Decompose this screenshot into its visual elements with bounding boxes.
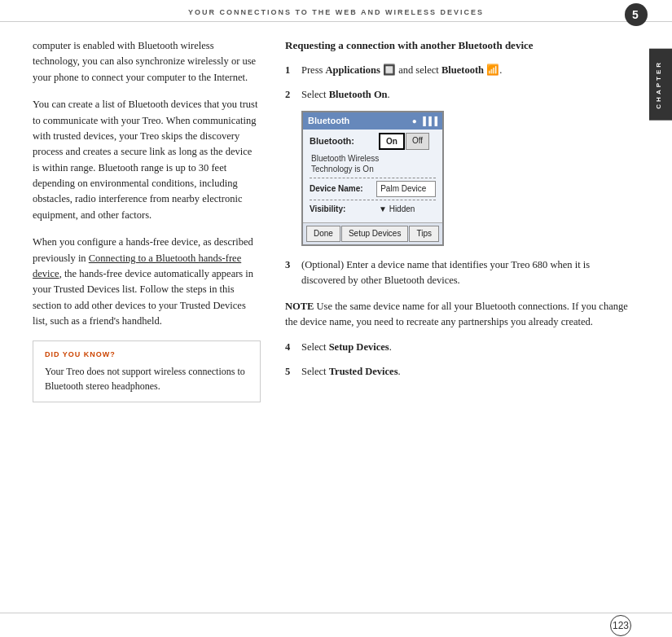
step-5-suffix: . bbox=[398, 366, 401, 377]
bt-tips-btn[interactable]: Tips bbox=[409, 226, 439, 242]
step-1-prefix: Press bbox=[301, 64, 326, 76]
bt-icon: 📶 bbox=[484, 64, 499, 76]
bt-body: Bluetooth: On Off Bluetooth Wireless Tec… bbox=[303, 130, 442, 223]
step-5-num: 5 bbox=[285, 364, 301, 380]
did-you-know-label: DID YOU KNOW? bbox=[45, 349, 248, 361]
step-5-bold1: Trusted Devices bbox=[329, 366, 398, 377]
did-you-know-text: Your Treo does not support wireless conn… bbox=[45, 364, 248, 393]
page-number: 123 bbox=[610, 615, 631, 636]
bt-footer: Done Setup Devices Tips bbox=[303, 222, 442, 244]
step-1-num: 1 bbox=[285, 63, 301, 78]
bt-bluetooth-label: Bluetooth: bbox=[310, 134, 379, 148]
step-1-text: Press Applications 🔲 and select Bluetoot… bbox=[301, 63, 631, 78]
step-2-num: 2 bbox=[285, 87, 301, 103]
bt-bluetooth-row: Bluetooth: On Off bbox=[310, 133, 436, 151]
header-title: YOUR CONNECTIONS TO THE WEB AND WIRELESS… bbox=[188, 8, 484, 16]
bt-setup-btn[interactable]: Setup Devices bbox=[341, 226, 408, 242]
bt-on-btn[interactable]: On bbox=[379, 133, 405, 151]
bt-divider-1 bbox=[310, 178, 436, 178]
step-4-prefix: Select bbox=[301, 341, 329, 353]
main-content: computer is enabled with Bluetooth wirel… bbox=[0, 22, 672, 592]
step-1: 1 Press Applications 🔲 and select Blueto… bbox=[285, 63, 631, 78]
bt-done-btn[interactable]: Done bbox=[306, 226, 340, 242]
bt-info-text: Bluetooth Wireless Technology is On bbox=[311, 153, 436, 174]
step-4-suffix: . bbox=[389, 341, 392, 353]
bt-device-name-row: Device Name: Palm Device bbox=[310, 181, 436, 197]
left-para-3: When you configure a hands-free device, … bbox=[33, 235, 261, 329]
step-4-bold1: Setup Devices bbox=[329, 341, 389, 353]
section-title: Requesting a connection with another Blu… bbox=[285, 38, 631, 53]
step-5-prefix: Select bbox=[301, 366, 329, 377]
step-3-num: 3 bbox=[285, 257, 301, 273]
note-box: NOTE Use the same device name for all yo… bbox=[285, 299, 631, 331]
left-para-2: You can create a list of Bluetooth devic… bbox=[33, 97, 261, 223]
step-2-suffix: . bbox=[388, 89, 390, 100]
bt-title: Bluetooth bbox=[308, 114, 349, 128]
step-4-num: 4 bbox=[285, 340, 301, 355]
bt-title-bar: Bluetooth ● ▐▐▐ bbox=[303, 112, 442, 130]
bt-signal-icon: ▐▐▐ bbox=[420, 115, 437, 128]
step-3: 3 (Optional) Enter a device name that id… bbox=[285, 257, 631, 289]
note-text: Use the same device name for all your Bl… bbox=[285, 301, 628, 327]
bt-divider-2 bbox=[310, 200, 436, 200]
bt-device-name-label: Device Name: bbox=[310, 182, 376, 195]
left-para-3-suffix: , the hands-free device automatically ap… bbox=[33, 268, 253, 327]
did-you-know-box: DID YOU KNOW? Your Treo does not support… bbox=[33, 340, 261, 402]
right-column: Requesting a connection with another Blu… bbox=[285, 38, 631, 576]
step-4: 4 Select Setup Devices. bbox=[285, 340, 631, 355]
step-2: 2 Select Bluetooth On. bbox=[285, 87, 631, 103]
step-4-text: Select Setup Devices. bbox=[301, 340, 631, 355]
bluetooth-screenshot: Bluetooth ● ▐▐▐ Bluetooth: On Off Blueto… bbox=[301, 111, 444, 246]
bt-toggle[interactable]: On Off bbox=[379, 133, 429, 151]
step-2-bold1: Bluetooth On bbox=[329, 89, 388, 100]
step-2-prefix: Select bbox=[301, 89, 329, 100]
step-5: 5 Select Trusted Devices. bbox=[285, 364, 631, 380]
step-1-mid: and select bbox=[398, 64, 441, 76]
step-5-text: Select Trusted Devices. bbox=[301, 364, 631, 380]
step-2-text: Select Bluetooth On. bbox=[301, 87, 631, 103]
bt-title-icons: ● ▐▐▐ bbox=[412, 115, 437, 128]
bt-off-btn[interactable]: Off bbox=[406, 133, 429, 151]
app-icon: 🔲 bbox=[380, 64, 398, 76]
step-1-bold2: Bluetooth bbox=[441, 64, 484, 76]
step-1-suffix: . bbox=[499, 64, 502, 76]
bt-device-name-input[interactable]: Palm Device bbox=[376, 181, 436, 197]
page-header: YOUR CONNECTIONS TO THE WEB AND WIRELESS… bbox=[0, 0, 672, 22]
bt-visibility-select[interactable]: ▼ Hidden bbox=[379, 203, 415, 216]
chapter-tab: CHAPTER bbox=[649, 49, 672, 121]
bt-visibility-row: Visibility: ▼ Hidden bbox=[310, 203, 436, 216]
step-3-text: (Optional) Enter a device name that iden… bbox=[301, 257, 631, 289]
bt-icon-circle: ● bbox=[412, 115, 417, 128]
left-column: computer is enabled with Bluetooth wirel… bbox=[33, 38, 285, 576]
chapter-number-badge: 5 bbox=[625, 3, 648, 26]
page-footer: 123 bbox=[0, 613, 672, 637]
note-label: NOTE bbox=[285, 301, 314, 312]
bt-visibility-label: Visibility: bbox=[310, 203, 379, 216]
left-para-1: computer is enabled with Bluetooth wirel… bbox=[33, 38, 261, 86]
step-1-bold1: Applications bbox=[326, 64, 380, 76]
